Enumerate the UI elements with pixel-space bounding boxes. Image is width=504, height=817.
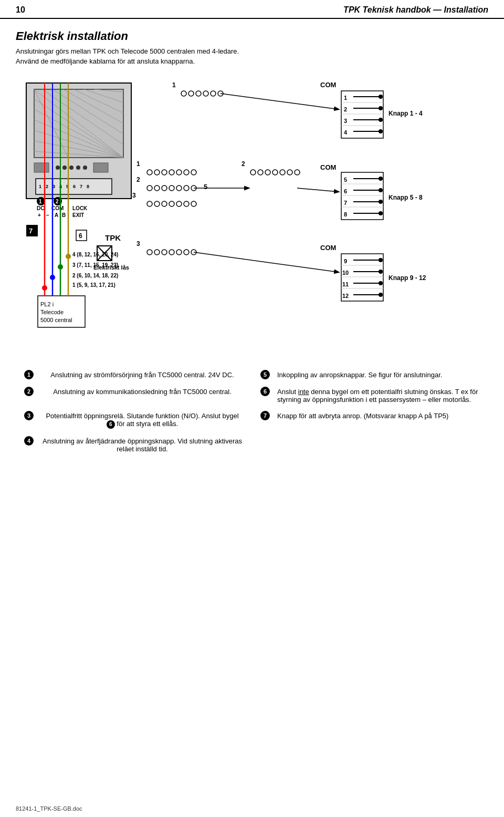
svg-point-95 — [176, 201, 182, 206]
svg-point-77 — [162, 170, 167, 175]
diagram-area: 1 2 3 4 5 6 7 8 1 DC 2 COM + − A B LOCK … — [16, 67, 488, 361]
desc-row-3: 3 Potentialfritt öppningsrelä. Slutande … — [16, 408, 488, 433]
svg-point-121 — [379, 200, 383, 204]
svg-text:7: 7 — [29, 227, 33, 235]
desc-row-4: 4 Anslutning av återfjädrande öppningskn… — [16, 433, 488, 457]
svg-text:1: 1 — [39, 184, 41, 189]
desc-text-3: Potentialfritt öppningsrelä. Slutande fu… — [38, 410, 248, 431]
svg-point-80 — [184, 170, 189, 175]
svg-point-104 — [280, 170, 285, 175]
svg-text:2: 2 — [242, 160, 245, 168]
svg-text:1: 1 — [344, 95, 347, 101]
svg-text:1: 1 — [136, 160, 140, 168]
svg-point-103 — [272, 170, 278, 175]
svg-point-97 — [191, 201, 196, 206]
badge-3: 3 — [24, 411, 34, 420]
svg-point-123 — [379, 211, 383, 215]
desc-text-4: Anslutning av återfjädrande öppningsknap… — [38, 435, 248, 455]
svg-point-69 — [379, 118, 383, 122]
desc-left-4: 4 Anslutning av återfjädrande öppningskn… — [16, 433, 252, 457]
svg-point-117 — [379, 177, 383, 181]
svg-text:11: 11 — [342, 281, 349, 287]
svg-text:1: 1 — [39, 199, 42, 204]
svg-text:7: 7 — [344, 200, 347, 206]
desc-row-1: 1 Anslutning av strömförsörjning från TC… — [16, 367, 488, 384]
svg-point-132 — [176, 250, 182, 255]
svg-point-17 — [56, 166, 60, 170]
svg-point-106 — [295, 170, 300, 175]
svg-text:1: 1 — [172, 81, 176, 89]
badge-7: 7 — [260, 411, 270, 420]
diagram-svg: 1 2 3 4 5 6 7 8 1 DC 2 COM + − A B LOCK … — [16, 67, 488, 361]
svg-text:COM: COM — [320, 244, 336, 252]
svg-point-145 — [379, 258, 383, 262]
svg-point-87 — [176, 185, 182, 191]
svg-text:8: 8 — [344, 211, 347, 218]
main-content: Elektrisk installation Anslutningar görs… — [0, 24, 504, 468]
svg-point-20 — [76, 166, 80, 170]
svg-text:COM: COM — [320, 163, 336, 171]
svg-point-49 — [181, 91, 186, 96]
svg-text:EXIT: EXIT — [72, 212, 84, 218]
svg-point-151 — [379, 293, 383, 297]
footer: 81241-1_TPK-SE-GB.doc — [16, 805, 82, 812]
svg-point-19 — [69, 166, 74, 170]
svg-point-105 — [287, 170, 292, 175]
svg-text:DC: DC — [37, 205, 44, 211]
svg-point-96 — [184, 201, 189, 206]
svg-text:Knapp 1 - 4: Knapp 1 - 4 — [388, 110, 423, 117]
svg-point-94 — [169, 201, 174, 206]
desc-row-2: 2 Anslutning av kommunikationsledning fr… — [16, 384, 488, 408]
description-table: 1 Anslutning av strömförsörjning från TC… — [16, 367, 488, 457]
svg-text:5: 5 — [204, 183, 207, 191]
svg-text:3: 3 — [136, 240, 140, 247]
svg-text:9: 9 — [344, 258, 347, 264]
svg-point-128 — [147, 250, 152, 255]
svg-point-79 — [176, 170, 182, 175]
svg-point-93 — [162, 201, 167, 206]
svg-point-130 — [162, 250, 167, 255]
svg-text:10: 10 — [342, 270, 349, 276]
svg-text:COM: COM — [320, 81, 336, 89]
svg-text:4: 4 — [344, 129, 348, 136]
desc-right-4 — [252, 433, 488, 457]
desc-text-2: Anslutning av kommunikationsledning från… — [38, 386, 248, 398]
svg-point-147 — [379, 270, 383, 274]
svg-point-83 — [147, 185, 152, 191]
svg-text:3: 3 — [344, 118, 347, 124]
svg-point-149 — [379, 281, 383, 285]
svg-text:1  (5,  9, 13, 17, 21): 1 (5, 9, 13, 17, 21) — [72, 282, 116, 288]
svg-point-50 — [188, 91, 194, 96]
page-header: 10 TPK Teknisk handbok — Installation — [0, 0, 504, 19]
svg-text:2: 2 — [46, 184, 48, 189]
svg-point-51 — [196, 91, 201, 96]
desc-right-3: 7 Knapp för att avbryta anrop. (Motsvara… — [252, 408, 488, 433]
svg-text:8: 8 — [87, 184, 89, 189]
desc-text-6: Anslut inte denna bygel om ett potential… — [274, 386, 484, 406]
badge-1: 1 — [24, 370, 34, 379]
svg-text:6: 6 — [79, 232, 82, 240]
svg-text:2: 2 — [56, 199, 59, 204]
svg-text:2  (6, 10, 14, 18, 22): 2 (6, 10, 14, 18, 22) — [72, 273, 118, 278]
svg-point-52 — [203, 91, 208, 96]
svg-text:LOCK: LOCK — [72, 205, 88, 211]
svg-point-100 — [250, 170, 256, 175]
svg-point-53 — [211, 91, 216, 96]
svg-text:6: 6 — [344, 188, 347, 194]
svg-rect-22 — [93, 163, 108, 172]
svg-point-71 — [379, 129, 383, 133]
desc-left-2: 2 Anslutning av kommunikationsledning fr… — [16, 384, 252, 408]
intro-line2: Använd de medföljande kablarna för att a… — [16, 57, 488, 65]
svg-text:3: 3 — [132, 192, 136, 199]
desc-left-3: 3 Potentialfritt öppningsrelä. Slutande … — [16, 408, 252, 433]
svg-point-67 — [379, 106, 383, 110]
svg-point-81 — [191, 170, 196, 175]
svg-point-85 — [162, 185, 167, 191]
svg-text:−: − — [46, 212, 49, 218]
svg-text:A: A — [55, 212, 58, 218]
doc-reference: 81241-1_TPK-SE-GB.doc — [16, 805, 82, 812]
desc-right-1: 5 Inkoppling av anropsknappar. Se figur … — [252, 367, 488, 384]
svg-line-153 — [194, 252, 339, 272]
svg-point-101 — [258, 170, 263, 175]
svg-point-102 — [265, 170, 270, 175]
